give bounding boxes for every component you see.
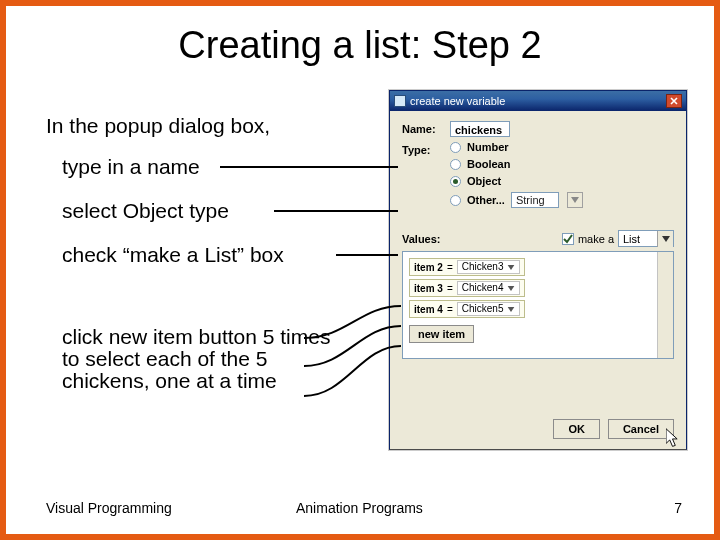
radio-other-label: Other... bbox=[467, 194, 505, 206]
chevron-down-icon bbox=[662, 236, 670, 242]
dialog-app-icon bbox=[394, 95, 406, 107]
slide-title: Creating a list: Step 2 bbox=[6, 24, 714, 67]
cursor-icon bbox=[666, 428, 679, 448]
list-item: item 4 = Chicken5 bbox=[409, 300, 667, 318]
item-pill[interactable]: item 4 = Chicken5 bbox=[409, 300, 525, 318]
item-value[interactable]: Chicken3 bbox=[457, 260, 521, 274]
values-label: Values: bbox=[402, 233, 441, 245]
chevron-down-icon bbox=[507, 307, 515, 312]
other-type-value: String bbox=[511, 192, 559, 208]
item-value[interactable]: Chicken4 bbox=[457, 281, 521, 295]
slide: Creating a list: Step 2 In the popup dia… bbox=[0, 0, 720, 540]
type-radio-group: Number Boolean Object Other... String bbox=[450, 141, 583, 208]
other-type-dropdown-button[interactable] bbox=[567, 192, 583, 208]
close-button[interactable] bbox=[666, 94, 682, 108]
make-a-group: make a List bbox=[562, 230, 674, 247]
make-a-selected: List bbox=[623, 233, 655, 245]
radio-boolean[interactable] bbox=[450, 159, 461, 170]
dialog-titlebar[interactable]: create new variable bbox=[390, 91, 686, 111]
radio-number-label: Number bbox=[467, 141, 509, 153]
radio-number[interactable] bbox=[450, 142, 461, 153]
bullet-object-type: select Object type bbox=[62, 200, 229, 222]
radio-other[interactable] bbox=[450, 195, 461, 206]
radio-object[interactable] bbox=[450, 176, 461, 187]
intro-text: In the popup dialog box, bbox=[46, 114, 270, 138]
dialog-title: create new variable bbox=[410, 95, 505, 107]
radio-other-row[interactable]: Other... String bbox=[450, 192, 583, 208]
bullet-make-list: check “make a List” box bbox=[62, 244, 284, 266]
name-label: Name: bbox=[402, 123, 450, 135]
create-variable-dialog: create new variable Name: chickens Type:… bbox=[389, 90, 687, 450]
radio-number-row[interactable]: Number bbox=[450, 141, 583, 153]
chevron-down-icon bbox=[507, 265, 515, 270]
item-pill[interactable]: item 2 = Chicken3 bbox=[409, 258, 525, 276]
item-label: item 2 bbox=[414, 262, 443, 273]
list-item: item 3 = Chicken4 bbox=[409, 279, 667, 297]
type-label: Type: bbox=[402, 144, 431, 156]
footer-left: Visual Programming bbox=[46, 500, 172, 516]
scrollbar[interactable] bbox=[657, 252, 673, 358]
item-label: item 3 bbox=[414, 283, 443, 294]
make-a-checkbox[interactable] bbox=[562, 233, 574, 245]
make-a-label: make a bbox=[578, 233, 614, 245]
make-a-dropdown[interactable]: List bbox=[618, 230, 674, 247]
chevron-down-icon bbox=[571, 197, 579, 203]
ok-button[interactable]: OK bbox=[553, 419, 600, 439]
radio-object-row[interactable]: Object bbox=[450, 175, 583, 187]
bullet-new-item: click new item button 5 times to select … bbox=[62, 326, 352, 392]
radio-boolean-label: Boolean bbox=[467, 158, 510, 170]
values-list-panel: item 2 = Chicken3 item 3 = Chicken4 bbox=[402, 251, 674, 359]
make-a-dropdown-button[interactable] bbox=[657, 231, 673, 247]
radio-boolean-row[interactable]: Boolean bbox=[450, 158, 583, 170]
item-label: item 4 bbox=[414, 304, 443, 315]
chevron-down-icon bbox=[507, 286, 515, 291]
bullet-name: type in a name bbox=[62, 156, 200, 178]
radio-object-label: Object bbox=[467, 175, 501, 187]
dialog-buttons: OK Cancel bbox=[553, 419, 674, 439]
footer-page-number: 7 bbox=[674, 500, 682, 516]
check-icon bbox=[563, 234, 573, 244]
close-icon bbox=[670, 97, 678, 105]
cancel-button[interactable]: Cancel bbox=[608, 419, 674, 439]
name-row: Name: chickens bbox=[402, 121, 674, 137]
item-value[interactable]: Chicken5 bbox=[457, 302, 521, 316]
name-input[interactable]: chickens bbox=[450, 121, 510, 137]
footer-center: Animation Programs bbox=[296, 500, 423, 516]
list-item: item 2 = Chicken3 bbox=[409, 258, 667, 276]
new-item-button[interactable]: new item bbox=[409, 325, 474, 343]
dialog-body: Name: chickens Type: Number Boolean Obje… bbox=[390, 111, 686, 449]
item-pill[interactable]: item 3 = Chicken4 bbox=[409, 279, 525, 297]
